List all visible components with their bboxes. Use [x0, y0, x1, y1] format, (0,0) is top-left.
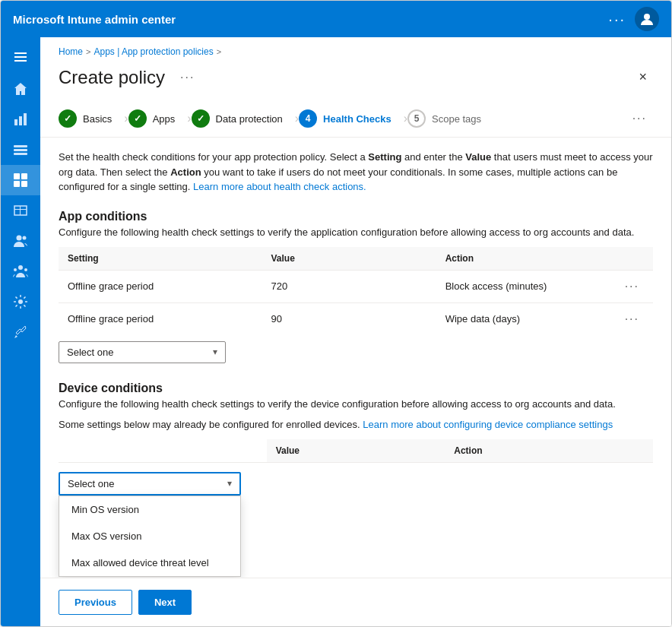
device-conditions-select[interactable]: Select one ▾ [59, 472, 241, 496]
device-conditions-desc: Configure the following health check set… [59, 398, 653, 410]
row1-action: Block access (minutes) [436, 270, 611, 302]
step-data-protection[interactable]: ✓ Data protection [192, 100, 295, 137]
sidebar-item-users[interactable] [1, 226, 40, 256]
col-header-setting: Setting [59, 247, 262, 271]
step-scope-tags[interactable]: 5 Scope tags [407, 100, 493, 137]
row1-setting: Offline grace period [59, 270, 262, 302]
device-conditions-table: Setting Value Action [59, 439, 653, 463]
app-conditions-chevron-icon: ▾ [213, 347, 217, 357]
page-header: Create policy ··· × [40, 60, 671, 100]
app-title: Microsoft Intune admin center [13, 13, 608, 26]
dropdown-option-min-os[interactable]: Min OS version [59, 496, 240, 523]
device-conditions-dropdown-wrapper: Select one ▾ Min OS version Max OS versi… [59, 472, 241, 496]
svg-rect-7 [14, 145, 27, 147]
row2-value: 90 [262, 302, 436, 335]
svg-point-16 [17, 236, 22, 241]
content-area: Home > Apps | App protection policies > … [40, 37, 671, 626]
row1-value: 720 [262, 270, 436, 302]
svg-rect-3 [14, 60, 27, 62]
previous-button[interactable]: Previous [59, 590, 132, 615]
app-conditions-section: App conditions Configure the following h… [59, 210, 653, 363]
dropdown-option-threat-level[interactable]: Max allowed device threat level [59, 549, 240, 576]
app-conditions-desc: Configure the following health check set… [59, 226, 653, 238]
sidebar-item-groups[interactable] [1, 256, 40, 287]
description-text: Set the health check conditions for your… [59, 150, 653, 195]
step-health-checks[interactable]: 4 Health Checks [299, 100, 404, 137]
svg-rect-9 [14, 153, 27, 155]
step-health-checks-circle: 4 [299, 109, 317, 128]
step-data-protection-circle: ✓ [192, 109, 210, 128]
dropdown-option-max-os[interactable]: Max OS version [59, 523, 240, 549]
title-bar: Microsoft Intune admin center ··· [1, 1, 671, 37]
step-data-protection-label: Data protection [216, 113, 283, 125]
step-basics-label: Basics [83, 113, 112, 125]
svg-point-0 [644, 14, 650, 20]
user-avatar[interactable] [635, 7, 659, 31]
row1-menu-btn[interactable]: ··· [620, 278, 644, 295]
device-conditions-section: Device conditions Configure the followin… [59, 382, 653, 496]
svg-rect-13 [21, 181, 27, 187]
learn-more-health-link[interactable]: Learn more about health check actions. [193, 181, 366, 192]
device-conditions-title: Device conditions [59, 382, 653, 395]
svg-rect-5 [19, 116, 22, 125]
svg-point-17 [23, 236, 27, 240]
step-scope-tags-circle: 5 [407, 109, 426, 128]
app-conditions-dropdown-wrapper: Select one ▾ [59, 341, 653, 363]
svg-rect-8 [14, 149, 27, 151]
wizard-steps: ✓ Basics › ✓ Apps › ✓ Data protection › … [40, 100, 671, 138]
close-button[interactable]: × [632, 66, 653, 88]
device-conditions-select-label: Select one [68, 478, 114, 489]
breadcrumb-sep1: > [86, 47, 90, 56]
svg-point-20 [24, 268, 27, 271]
device-note-text2: gured for enrolled devices. [244, 419, 363, 430]
sidebar [1, 37, 40, 626]
breadcrumb-sep2: > [217, 47, 221, 56]
col-header-action: Action [436, 247, 611, 271]
step-apps[interactable]: ✓ Apps [128, 100, 188, 137]
title-bar-dots[interactable]: ··· [608, 11, 626, 28]
app-conditions-title: App conditions [59, 210, 653, 223]
sidebar-item-apps[interactable] [1, 165, 40, 195]
svg-rect-2 [14, 56, 27, 58]
sidebar-item-home[interactable] [1, 74, 40, 104]
breadcrumb: Home > Apps | App protection policies > [40, 37, 671, 60]
row2-setting: Offline grace period [59, 302, 262, 335]
svg-rect-1 [14, 52, 27, 54]
svg-rect-11 [21, 173, 27, 179]
sidebar-item-dashboard[interactable] [1, 104, 40, 135]
table-row: Offline grace period 90 Wipe data (days)… [59, 302, 653, 335]
device-conditions-chevron-icon: ▾ [227, 478, 232, 489]
page-title: Create policy [59, 67, 165, 88]
breadcrumb-path[interactable]: Apps | App protection policies [94, 46, 213, 57]
device-conditions-dropdown-popup: Min OS version Max OS version Max allowe… [59, 496, 241, 577]
device-col-value: Value [267, 439, 445, 463]
breadcrumb-home[interactable]: Home [59, 46, 83, 57]
page-header-dots[interactable]: ··· [174, 68, 201, 87]
row2-menu-btn[interactable]: ··· [620, 311, 644, 328]
sidebar-item-settings[interactable] [1, 287, 40, 317]
sidebar-item-devices[interactable] [1, 135, 40, 165]
svg-point-19 [14, 268, 17, 271]
svg-rect-15 [20, 206, 21, 215]
svg-rect-12 [14, 181, 20, 187]
device-note-container: Some settings below may already be confi… [59, 419, 653, 430]
step-scope-tags-label: Scope tags [432, 113, 481, 125]
main-layout: Home > Apps | App protection policies > … [1, 37, 671, 626]
sidebar-item-tools[interactable] [1, 317, 40, 347]
sidebar-item-grid[interactable] [1, 195, 40, 226]
app-conditions-select-label: Select one [67, 347, 113, 358]
step-basics-circle: ✓ [59, 109, 77, 128]
row2-action: Wipe data (days) [436, 302, 611, 335]
app-conditions-select[interactable]: Select one ▾ [59, 341, 226, 363]
device-learn-more-link[interactable]: Learn more about configuring device comp… [363, 419, 613, 430]
svg-point-18 [18, 265, 23, 270]
step-apps-circle: ✓ [128, 109, 147, 128]
next-button[interactable]: Next [138, 590, 192, 615]
page-body: Set the health check conditions for your… [40, 138, 671, 578]
footer: Previous Next [40, 578, 671, 626]
device-note-text: Some settings below may already be confi [59, 419, 244, 430]
step-apps-label: Apps [153, 113, 176, 125]
sidebar-toggle[interactable] [7, 43, 34, 74]
wizard-ellipsis[interactable]: ··· [626, 109, 653, 128]
step-basics[interactable]: ✓ Basics [59, 100, 124, 137]
